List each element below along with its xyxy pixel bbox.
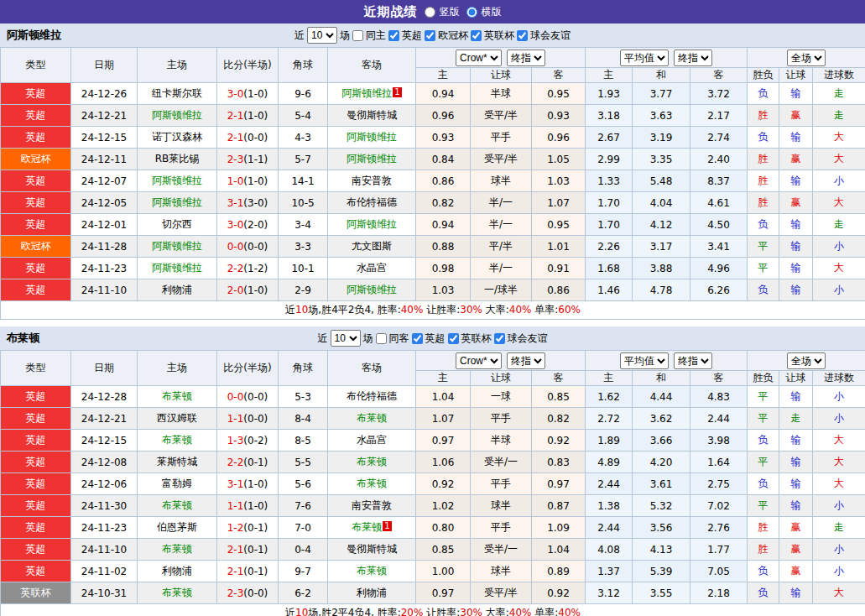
avg-draw-odds: 3.62: [633, 408, 690, 430]
avg-odds-time-select[interactable]: 终指: [674, 352, 712, 369]
summary-segment: 大率:: [482, 607, 509, 616]
crow-odds-time-select[interactable]: 终指: [507, 352, 545, 369]
same-venue-option[interactable]: 同客: [376, 331, 409, 346]
team-section: 布莱顿近10场同客英超英联杯球会友谊类型日期主场比分(半场)角球客场Crow*终…: [0, 326, 865, 616]
league-filter-option[interactable]: 英超: [388, 29, 422, 43]
same-venue-option[interactable]: 同主: [352, 29, 386, 43]
summary-segment: 40%: [558, 607, 581, 616]
handicap-result-cell-value: 输: [791, 478, 801, 489]
corner-cell: 9-7: [279, 561, 328, 582]
home-team-name: 布莱顿: [162, 499, 192, 511]
outcome-cell-value: 负: [758, 87, 769, 99]
league-filter-option[interactable]: 英联杯: [448, 331, 492, 346]
goals-result-cell-value: 大: [834, 456, 844, 467]
handicap-result-cell: 输: [779, 258, 813, 279]
outcome-cell: 负: [748, 473, 779, 495]
crow-home-odds: 0.80: [416, 517, 471, 539]
away-team-name: 水晶宫: [357, 262, 387, 274]
corner-cell: 2-9: [279, 279, 328, 301]
handicap-result-cell: 赢: [779, 539, 813, 561]
crow-company-select[interactable]: Crow*: [456, 50, 502, 66]
away-team-cell: 阿斯顿维拉1: [328, 83, 416, 105]
match-count-select[interactable]: 10: [307, 27, 337, 44]
home-team-cell: RB莱比锡: [138, 149, 217, 170]
league-cell: 英超: [1, 170, 71, 192]
outcome-cell: 负: [748, 561, 779, 582]
league-checkbox[interactable]: [425, 30, 435, 41]
home-team-cell: 阿斯顿维拉: [138, 105, 217, 127]
league-checkbox[interactable]: [448, 333, 459, 344]
league-checkbox[interactable]: [494, 333, 505, 344]
league-cell: 英超: [1, 279, 71, 301]
summary-segment: 近: [285, 304, 295, 316]
layout-horizontal-radio[interactable]: [466, 7, 477, 18]
home-team-name: 布莱顿: [162, 434, 192, 446]
goals-result-cell-value: 小: [834, 412, 844, 424]
scope-select[interactable]: 全场: [787, 352, 826, 369]
away-team-name: 布莱顿: [357, 565, 387, 577]
league-filter-option[interactable]: 欧冠杯: [425, 29, 468, 43]
crow-odds-time-select[interactable]: 终指: [507, 50, 545, 66]
scope-header: 全场: [748, 48, 865, 68]
outcome-cell: 平: [748, 495, 779, 517]
crow-handicap: 半球: [471, 83, 532, 105]
home-team-cell: 布莱顿: [138, 582, 217, 604]
away-team-name: 布莱顿: [357, 456, 387, 467]
league-checkbox[interactable]: [412, 333, 423, 344]
crow-home-odds: 1.07: [416, 408, 471, 430]
crow-home-odds: 1.00: [416, 561, 471, 582]
handicap-result-cell-value: 输: [791, 87, 801, 99]
outcome-cell-value: 胜: [758, 543, 769, 555]
handicap-result-cell: 赢: [779, 105, 813, 127]
league-cell: 英超: [1, 561, 71, 582]
home-team-cell: 西汉姆联: [138, 408, 217, 430]
avg-company-select[interactable]: 平均值: [620, 352, 669, 369]
layout-horizontal-option[interactable]: 横版: [466, 5, 502, 19]
avg-home-odds: 4.89: [586, 452, 633, 473]
league-checkbox[interactable]: [471, 30, 482, 41]
score-cell: 2-3(0-0): [217, 582, 279, 604]
goals-result-cell: 小: [813, 170, 865, 192]
league-filter-option[interactable]: 英联杯: [471, 29, 514, 43]
match-row: 英超24-11-23伯恩茅斯1-2(0-1)7-0布莱顿10.80平手1.092…: [1, 517, 865, 539]
fulltime-score: 3-0: [227, 88, 244, 100]
home-team-name: 伯恩茅斯: [157, 521, 197, 533]
handicap-result-cell: 输: [779, 236, 813, 258]
home-team-cell: 布莱顿: [138, 495, 217, 517]
same-venue-checkbox[interactable]: [376, 333, 387, 344]
avg-odds-time-select[interactable]: 终指: [674, 50, 712, 66]
league-filter-option[interactable]: 球会友谊: [517, 29, 571, 43]
league-checkbox[interactable]: [517, 30, 528, 41]
league-cell: 英超: [1, 214, 71, 236]
date-cell: 24-11-23: [71, 517, 138, 539]
layout-vertical-radio[interactable]: [425, 7, 435, 18]
crow-company-select[interactable]: Crow*: [456, 352, 502, 369]
section-control-bar: 布莱顿近10场同客英超英联杯球会友谊: [0, 326, 865, 350]
match-count-select[interactable]: 10: [331, 330, 361, 347]
league-filter-option[interactable]: 英超: [412, 331, 446, 346]
outcome-cell-value: 平: [758, 262, 769, 274]
league-checkbox[interactable]: [388, 30, 399, 41]
summary-segment: 40%: [401, 304, 424, 316]
avg-away-odds: 2.76: [690, 517, 748, 539]
sub-column-header: 让球: [471, 371, 532, 386]
layout-horizontal-label: 横版: [482, 5, 502, 19]
avg-company-select[interactable]: 平均值: [620, 50, 669, 66]
outcome-cell-value: 平: [758, 390, 769, 402]
league-filter-option[interactable]: 球会友谊: [494, 331, 548, 346]
away-team-name: 布莱顿: [352, 521, 382, 533]
avg-away-odds: 2.40: [690, 149, 748, 170]
sub-column-header: 和: [633, 68, 690, 83]
layout-vertical-option[interactable]: 竖版: [425, 5, 460, 19]
score-cell: 0-0(0-0): [217, 236, 279, 258]
halftime-score: (0-2): [243, 435, 268, 446]
avg-home-odds: 1.62: [586, 386, 633, 408]
handicap-result-cell-value: 输: [791, 131, 801, 143]
same-venue-checkbox[interactable]: [352, 30, 363, 41]
score-cell: 3-0(1-0): [217, 83, 279, 105]
scope-select[interactable]: 全场: [787, 50, 826, 66]
recent-results-table: 类型日期主场比分(半场)角球客场Crow*终指平均值终指全场主让球客主和客胜负让…: [0, 47, 865, 320]
avg-away-odds: 1.77: [690, 539, 748, 561]
league-filter-label: 英联杯: [461, 331, 492, 346]
fulltime-score: 3-1: [227, 197, 244, 209]
